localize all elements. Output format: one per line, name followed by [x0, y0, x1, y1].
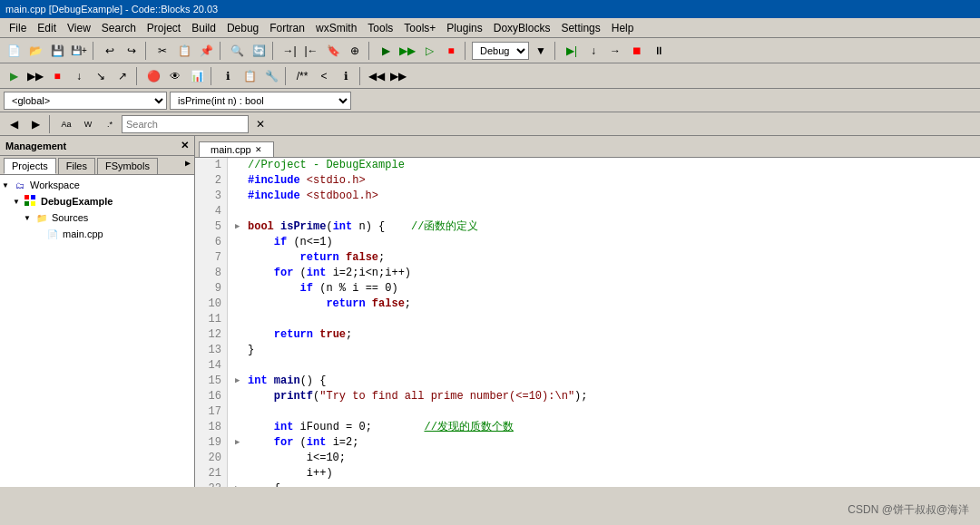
- extra3-btn[interactable]: ℹ: [336, 66, 356, 86]
- menu-settings[interactable]: Settings: [555, 20, 605, 36]
- unindent-button[interactable]: |←: [301, 41, 321, 61]
- undo-button[interactable]: ↩: [100, 41, 120, 61]
- code-text-12: return true;: [248, 327, 352, 343]
- dbg-step-out-btn[interactable]: ↗: [113, 66, 132, 86]
- dbg-next-line-btn[interactable]: ↓: [69, 66, 89, 86]
- debug-run-btn[interactable]: ▶|: [562, 41, 582, 61]
- toggle-bookmark[interactable]: 🔖: [323, 41, 343, 61]
- replace-button[interactable]: 🔄: [249, 41, 269, 61]
- code-line-13: }: [235, 343, 973, 358]
- indent-button[interactable]: →|: [279, 41, 299, 61]
- search-input[interactable]: [122, 115, 249, 133]
- back-btn[interactable]: ◀◀: [367, 66, 387, 86]
- code-content[interactable]: //Project - DebugExample#include <stdio.…: [228, 158, 980, 487]
- debug-next-btn[interactable]: →: [605, 41, 625, 61]
- code-line-15: ▶int main() {: [235, 374, 973, 389]
- code-line-2: #include <stdio.h>: [235, 173, 973, 189]
- tab-fsymbols[interactable]: FSymbols: [97, 158, 158, 174]
- maincpp-label: main.cpp: [63, 228, 103, 239]
- sep7: [554, 42, 558, 60]
- save-all-button[interactable]: 💾+: [69, 41, 89, 61]
- dbg-run-btn[interactable]: ▶: [4, 66, 24, 86]
- redo-button[interactable]: ↪: [122, 41, 142, 61]
- menu-search[interactable]: Search: [96, 20, 142, 36]
- breakpoint-btn[interactable]: 🔴: [143, 66, 163, 86]
- menu-doxyblocks[interactable]: DoxyBlocks: [488, 20, 556, 36]
- code-text-13: }: [248, 343, 254, 358]
- save-button[interactable]: 💾: [47, 41, 67, 61]
- extra2-btn[interactable]: <: [314, 66, 334, 86]
- info1-btn[interactable]: ℹ: [218, 66, 238, 86]
- copy-button[interactable]: 📋: [174, 41, 194, 61]
- file-icon: 📄: [45, 227, 60, 241]
- build-button[interactable]: ▶: [376, 41, 396, 61]
- menu-file[interactable]: File: [4, 20, 32, 36]
- code-text-8: for (int i=2;i<n;i++): [248, 266, 411, 281]
- function-dropdown[interactable]: isPrime(int n) : bool: [170, 92, 351, 110]
- tab-files[interactable]: Files: [58, 158, 95, 174]
- dbg-step-in-btn[interactable]: ↘: [91, 66, 111, 86]
- build-target-dropdown[interactable]: Debug: [472, 42, 529, 60]
- info2-btn[interactable]: 📋: [240, 66, 260, 86]
- dbg-stop-btn[interactable]: ■: [47, 66, 67, 86]
- panel-arrow-btn[interactable]: ▶: [185, 158, 191, 174]
- menu-plugins[interactable]: Plugins: [441, 20, 487, 36]
- goto-bookmark[interactable]: ⊕: [345, 41, 365, 61]
- clear-search-btn[interactable]: ✕: [250, 114, 270, 134]
- debug-step-btn[interactable]: ↓: [583, 41, 603, 61]
- extra1-btn[interactable]: /**: [292, 66, 312, 86]
- tab-projects[interactable]: Projects: [4, 158, 56, 174]
- tree-sources[interactable]: ▼ 📁 Sources: [2, 209, 192, 226]
- management-header: Management ✕: [0, 136, 194, 156]
- menu-debug[interactable]: Debug: [221, 20, 264, 36]
- tree-workspace[interactable]: ▼ 🗂 Workspace: [2, 177, 192, 193]
- dbg-pause-btn[interactable]: ▶▶: [25, 66, 45, 86]
- code-text-7: return false;: [248, 250, 385, 266]
- menu-fortran[interactable]: Fortran: [264, 20, 310, 36]
- file-tab-maincpp[interactable]: main.cpp ✕: [199, 141, 274, 157]
- menu-tools-plus[interactable]: Tools+: [398, 20, 441, 36]
- paste-button[interactable]: 📌: [196, 41, 216, 61]
- tree-maincpp[interactable]: ▼ 📄 main.cpp: [2, 226, 192, 242]
- code-text-15: int main() {: [248, 374, 326, 389]
- stop-button[interactable]: ■: [441, 41, 461, 61]
- menu-build[interactable]: Build: [186, 20, 221, 36]
- build-run-button[interactable]: ▷: [419, 41, 439, 61]
- code-text-6: if (n<=1): [248, 235, 333, 250]
- debug-pause-btn[interactable]: ⏸: [649, 41, 669, 61]
- cut-button[interactable]: ✂: [152, 41, 172, 61]
- svg-rect-1: [24, 201, 29, 206]
- menu-wxsmith[interactable]: wxSmith: [310, 20, 362, 36]
- tree-debugexample[interactable]: ▼ DebugExample: [2, 193, 192, 209]
- project-label: DebugExample: [41, 196, 113, 207]
- left-panel: Management ✕ Projects Files FSymbols ▶ ▼…: [0, 136, 195, 487]
- code-line-4: [235, 204, 973, 219]
- whole-word-btn[interactable]: W: [78, 114, 98, 134]
- new-button[interactable]: 📄: [4, 41, 24, 61]
- management-close-btn[interactable]: ✕: [181, 140, 189, 151]
- run-button[interactable]: ▶▶: [397, 41, 417, 61]
- menu-help[interactable]: Help: [606, 20, 640, 36]
- open-button[interactable]: 📂: [25, 41, 45, 61]
- menu-edit[interactable]: Edit: [32, 20, 62, 36]
- match-case-btn[interactable]: Aa: [56, 114, 76, 134]
- menu-project[interactable]: Project: [142, 20, 186, 36]
- watch-btn[interactable]: 👁: [165, 66, 185, 86]
- regex-btn[interactable]: .*: [100, 114, 120, 134]
- code-line-16: printf("Try to find all prime number(<=1…: [235, 389, 973, 404]
- callstack-btn[interactable]: 📊: [187, 66, 207, 86]
- find-button[interactable]: 🔍: [227, 41, 247, 61]
- menu-tools[interactable]: Tools: [362, 20, 398, 36]
- search-prev-btn[interactable]: ◀: [4, 114, 24, 134]
- info3-btn[interactable]: 🔧: [261, 66, 281, 86]
- debug-stop-btn[interactable]: ⏹: [627, 41, 647, 61]
- file-tab-close-btn[interactable]: ✕: [255, 145, 262, 154]
- code-line-18: int iFound = 0; //发现的质数个数: [235, 420, 973, 435]
- menu-view[interactable]: View: [62, 20, 96, 36]
- code-editor[interactable]: 12345 678910 1112131415 1617181920 21222…: [195, 158, 980, 487]
- search-next-btn[interactable]: ▶: [25, 114, 45, 134]
- global-scope-dropdown[interactable]: <global>: [4, 92, 167, 110]
- fwd-btn[interactable]: ▶▶: [388, 66, 408, 86]
- sep6: [465, 42, 468, 60]
- build-target-btn[interactable]: ▼: [531, 41, 551, 61]
